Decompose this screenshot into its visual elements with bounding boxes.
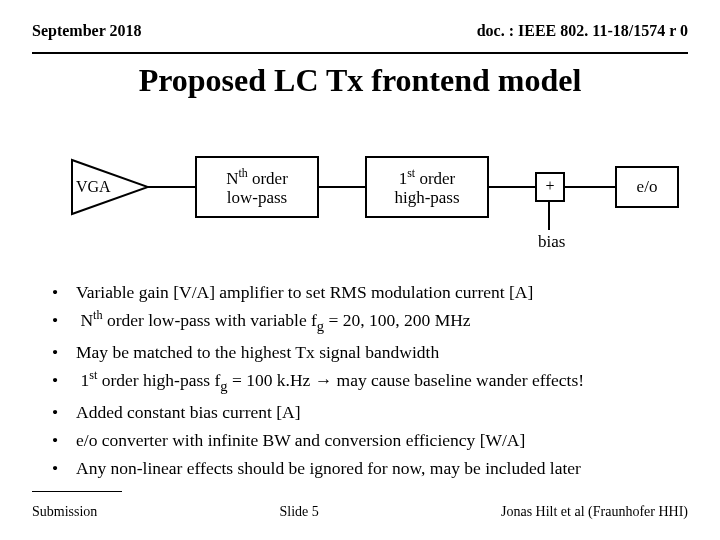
bullet-list: Variable gain [V/A] amplifier to set RMS… — [52, 278, 680, 482]
sup: th — [93, 308, 103, 322]
footer-slide: Slide 5 — [280, 504, 319, 520]
txt: order high-pass f — [97, 370, 220, 390]
footer-submission: Submission — [32, 504, 97, 520]
txt: = 100 k.Hz → may cause baseline wander e… — [228, 370, 585, 390]
txt: order low-pass with variable f — [103, 310, 317, 330]
page-title: Proposed LC Tx frontend model — [0, 62, 720, 99]
list-item: Any non-linear effects should be ignored… — [52, 454, 680, 482]
list-item: Nth order low-pass with variable fg = 20… — [52, 306, 680, 338]
footer-rule — [32, 491, 122, 492]
wire-bias — [548, 200, 550, 230]
lowpass-line1: Nth order — [197, 167, 317, 188]
txt: N — [80, 310, 93, 330]
eo-block: e/o — [615, 166, 679, 208]
list-item: Variable gain [V/A] amplifier to set RMS… — [52, 278, 680, 306]
sub: g — [220, 377, 227, 393]
sup: st — [407, 166, 415, 180]
vga-block: VGA — [70, 158, 150, 216]
highpass-line2: high-pass — [367, 188, 487, 208]
lowpass-block: Nth order low-pass — [195, 156, 319, 218]
header-docid: doc. : IEEE 802. 11-18/1574 r 0 — [477, 22, 688, 40]
list-item: May be matched to the highest Tx signal … — [52, 338, 680, 366]
sup: th — [238, 166, 247, 180]
txt: 1 — [80, 370, 89, 390]
diagram: VGA Nth order low-pass 1st order high-pa… — [40, 150, 680, 270]
list-item: Added constant bias current [A] — [52, 398, 680, 426]
sum-junction: + — [535, 172, 565, 202]
list-item: e/o converter with infinite BW and conve… — [52, 426, 680, 454]
vga-label: VGA — [76, 178, 111, 196]
bias-label: bias — [538, 232, 565, 252]
footer: Submission Slide 5 Jonas Hilt et al (Fra… — [32, 504, 688, 520]
txt: = 20, 100, 200 MHz — [324, 310, 470, 330]
wire — [486, 186, 535, 188]
footer-author: Jonas Hilt et al (Fraunhofer HHI) — [501, 504, 688, 520]
txt: N — [226, 168, 238, 187]
highpass-block: 1st order high-pass — [365, 156, 489, 218]
wire — [148, 186, 196, 188]
header-date: September 2018 — [32, 22, 141, 40]
header: September 2018 doc. : IEEE 802. 11-18/15… — [32, 22, 688, 40]
txt: order — [248, 168, 288, 187]
wire — [563, 186, 615, 188]
list-item: 1st order high-pass fg = 100 k.Hz → may … — [52, 366, 680, 398]
txt: 1 — [399, 168, 408, 187]
header-rule — [32, 52, 688, 54]
slide: September 2018 doc. : IEEE 802. 11-18/15… — [0, 0, 720, 540]
highpass-line1: 1st order — [367, 167, 487, 188]
wire — [316, 186, 365, 188]
txt: order — [415, 168, 455, 187]
lowpass-line2: low-pass — [197, 188, 317, 208]
